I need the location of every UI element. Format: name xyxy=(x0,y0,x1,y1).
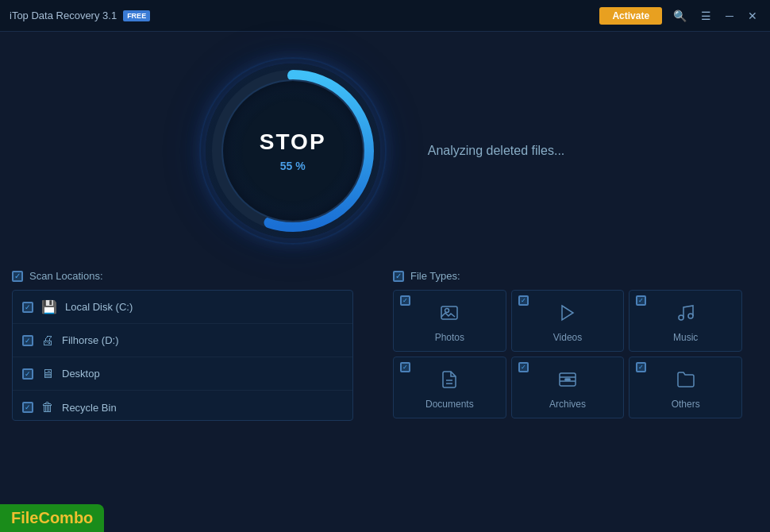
minimize-icon[interactable]: ─ xyxy=(722,8,737,24)
titlebar: iTop Data Recovery 3.1 FREE Activate 🔍 ☰… xyxy=(0,0,770,32)
location-item-c[interactable]: ✓ 💾 Local Disk (C:) xyxy=(13,291,352,324)
location-name-desktop: Desktop xyxy=(62,368,100,380)
file-type-archives[interactable]: ✓ Archives xyxy=(511,357,625,418)
svg-rect-3 xyxy=(441,306,457,319)
loc-checkbox-d[interactable]: ✓ xyxy=(22,335,33,346)
file-type-others[interactable]: ✓ Others xyxy=(629,357,742,418)
svg-marker-4 xyxy=(562,306,573,320)
scan-locations-panel: ✓ Scan Locations: ✓ 💾 Local Disk (C:) xyxy=(12,270,369,453)
documents-icon xyxy=(440,370,459,394)
documents-label: Documents xyxy=(425,399,474,410)
stop-button[interactable]: STOP 55 % xyxy=(221,79,364,222)
music-check-icon: ✓ xyxy=(638,297,644,304)
videos-checkbox[interactable]: ✓ xyxy=(518,295,529,306)
watermark-file: File xyxy=(11,509,38,526)
scan-locations-header: ✓ Scan Locations: xyxy=(12,270,369,282)
titlebar-right: Activate 🔍 ☰ ─ ✕ xyxy=(599,7,760,25)
progress-ring-container: STOP 55 % xyxy=(206,64,380,238)
bottom-panels: ✓ Scan Locations: ✓ 💾 Local Disk (C:) xyxy=(12,270,758,453)
free-badge: FREE xyxy=(123,10,150,21)
scan-locations-title: Scan Locations: xyxy=(29,270,103,282)
app-title: iTop Data Recovery 3.1 xyxy=(10,10,117,21)
others-label: Others xyxy=(672,399,700,410)
location-list: ✓ 💾 Local Disk (C:) ✓ 🖨 Filhorse (D:) xyxy=(12,290,353,421)
file-type-music[interactable]: ✓ Music xyxy=(629,290,742,352)
location-item-recycle[interactable]: ✓ 🗑 Recycle Bin xyxy=(13,391,352,420)
loc-checkbox-desktop[interactable]: ✓ xyxy=(22,368,33,380)
location-item-d[interactable]: ✓ 🖨 Filhorse (D:) xyxy=(13,324,352,357)
titlebar-left: iTop Data Recovery 3.1 FREE xyxy=(10,10,150,21)
photos-checkbox[interactable]: ✓ xyxy=(400,295,410,306)
others-icon xyxy=(676,370,695,394)
file-type-videos[interactable]: ✓ Videos xyxy=(511,290,625,352)
location-name-d: Filhorse (D:) xyxy=(62,334,119,346)
close-icon[interactable]: ✕ xyxy=(745,8,760,24)
file-types-check-icon: ✓ xyxy=(395,272,402,280)
file-types-title: File Types: xyxy=(410,270,460,282)
scan-locations-checkbox[interactable]: ✓ xyxy=(12,271,23,282)
svg-point-2 xyxy=(445,309,449,313)
search-icon[interactable]: 🔍 xyxy=(670,8,690,24)
loc-check-icon-recycle: ✓ xyxy=(25,403,31,411)
videos-label: Videos xyxy=(553,332,582,343)
music-label: Music xyxy=(673,332,698,343)
archives-checkbox[interactable]: ✓ xyxy=(518,362,529,372)
location-item-desktop[interactable]: ✓ 🖥 Desktop xyxy=(13,357,352,391)
status-text: Analyzing deleted files... xyxy=(428,144,565,157)
documents-checkbox[interactable]: ✓ xyxy=(400,362,410,372)
svg-rect-12 xyxy=(565,379,570,380)
checkbox-check-icon: ✓ xyxy=(14,272,21,280)
activate-button[interactable]: Activate xyxy=(599,7,662,25)
location-name-c: Local Disk (C:) xyxy=(65,301,133,313)
loc-check-icon-d: ✓ xyxy=(25,337,31,345)
file-type-documents[interactable]: ✓ Documents xyxy=(393,357,506,418)
archives-icon xyxy=(558,370,577,394)
svg-point-6 xyxy=(688,314,693,318)
file-types-header: ✓ File Types: xyxy=(393,270,758,282)
file-types-checkbox[interactable]: ✓ xyxy=(393,271,404,282)
music-icon xyxy=(676,303,695,327)
loc-check-icon-desktop: ✓ xyxy=(25,370,31,378)
watermark-text: FileCombo xyxy=(11,509,93,526)
hdd-icon-c: 💾 xyxy=(41,299,57,314)
file-types-panel: ✓ File Types: ✓ xyxy=(393,270,758,453)
stop-label: STOP xyxy=(260,129,326,155)
watermark: FileCombo xyxy=(0,504,104,532)
archives-check-icon: ✓ xyxy=(521,364,526,371)
file-type-photos[interactable]: ✓ Photos xyxy=(393,290,506,352)
location-name-recycle: Recycle Bin xyxy=(62,402,117,414)
status-text-container: Analyzing deleted files... xyxy=(428,144,565,158)
music-checkbox[interactable]: ✓ xyxy=(636,295,646,306)
photos-check-icon: ✓ xyxy=(402,297,408,304)
desktop-icon: 🖥 xyxy=(41,367,54,381)
loc-check-icon-c: ✓ xyxy=(25,303,31,311)
progress-section: STOP 55 % Analyzing deleted files... xyxy=(206,64,565,238)
documents-check-icon: ✓ xyxy=(402,364,408,371)
main-content: STOP 55 % Analyzing deleted files... ✓ S… xyxy=(0,32,770,532)
location-list-scroll[interactable]: ✓ 💾 Local Disk (C:) ✓ 🖨 Filhorse (D:) xyxy=(13,291,352,420)
progress-percent: 55 % xyxy=(280,160,306,172)
videos-icon xyxy=(558,303,577,327)
photos-icon xyxy=(440,303,459,327)
menu-icon[interactable]: ☰ xyxy=(698,8,714,24)
photos-label: Photos xyxy=(435,332,464,343)
svg-point-5 xyxy=(679,315,683,320)
trash-icon: 🗑 xyxy=(41,400,54,414)
videos-check-icon: ✓ xyxy=(521,297,526,304)
hdd-icon-d: 🖨 xyxy=(41,333,54,348)
loc-checkbox-c[interactable]: ✓ xyxy=(22,302,33,313)
others-checkbox[interactable]: ✓ xyxy=(636,362,646,372)
others-check-icon: ✓ xyxy=(638,364,644,371)
watermark-combo: Combo xyxy=(38,509,93,526)
file-type-grid: ✓ Photos ✓ xyxy=(393,290,742,418)
archives-label: Archives xyxy=(549,399,586,410)
loc-checkbox-recycle[interactable]: ✓ xyxy=(22,402,33,413)
